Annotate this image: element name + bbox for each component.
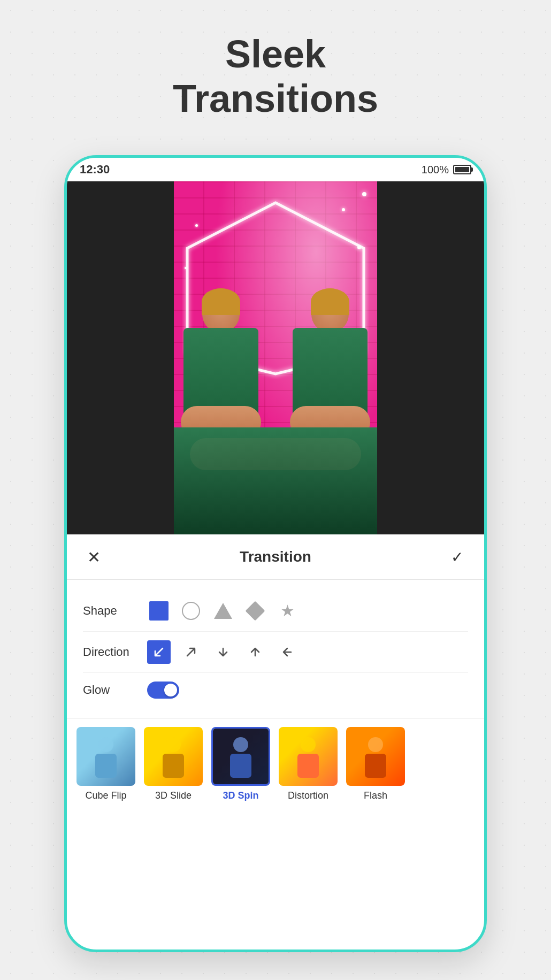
battery-icon — [453, 165, 471, 174]
video-main — [174, 181, 377, 534]
sparkle-4 — [357, 246, 361, 249]
shape-diamond-icon — [246, 601, 265, 621]
thumb-3d-slide-label: 3D Slide — [155, 790, 192, 801]
sparkle-3 — [195, 224, 198, 227]
shape-circle-option[interactable] — [179, 599, 203, 623]
transition-header: ✕ Transition ✓ — [67, 534, 484, 580]
thumb-distortion-label: Distortion — [288, 790, 328, 801]
sparkle-2 — [342, 208, 345, 211]
thumb-3d-slide-img — [144, 727, 203, 786]
status-right: 100% — [422, 164, 471, 176]
thumb-distortion-img — [279, 727, 338, 786]
svg-point-5 — [233, 737, 248, 752]
thumb-flash-label: Flash — [364, 790, 387, 801]
direction-up[interactable] — [243, 640, 267, 664]
thumbnail-strip: Cube Flip 3D Slide — [67, 718, 484, 807]
glow-toggle[interactable] — [147, 682, 179, 699]
direction-left[interactable] — [276, 640, 299, 664]
shape-options: ★ — [147, 599, 299, 623]
svg-rect-2 — [95, 754, 117, 778]
shape-square-option[interactable] — [147, 599, 171, 623]
direction-down[interactable] — [211, 640, 235, 664]
battery-body — [453, 165, 471, 174]
svg-point-9 — [368, 737, 383, 752]
glow-label: Glow — [83, 683, 147, 697]
video-side-left — [67, 181, 166, 534]
thumb-flash[interactable]: Flash — [346, 727, 405, 801]
direction-selected[interactable] — [147, 640, 171, 664]
shape-triangle-icon — [214, 603, 232, 619]
sparkle-1 — [362, 192, 366, 196]
svg-rect-4 — [163, 754, 184, 778]
status-bar: 12:30 100% — [67, 158, 484, 181]
controls-panel: Shape ★ — [67, 580, 484, 718]
video-area — [67, 181, 484, 534]
person-right — [289, 288, 372, 438]
direction-up-right[interactable] — [179, 640, 203, 664]
battery-percent: 100% — [422, 164, 449, 176]
thumb-cube-flip-img — [76, 727, 135, 786]
shape-circle-icon — [182, 602, 200, 620]
shape-label: Shape — [83, 604, 147, 618]
svg-point-1 — [98, 737, 113, 752]
glow-toggle-wrap — [147, 682, 179, 699]
glow-control-row: Glow — [83, 673, 468, 707]
shape-diamond-option[interactable] — [243, 599, 267, 623]
shape-star-icon: ★ — [280, 603, 295, 619]
svg-rect-8 — [297, 754, 319, 778]
thumb-3d-spin[interactable]: 3D Spin — [211, 727, 270, 801]
thumb-distortion[interactable]: Distortion — [279, 727, 338, 801]
thumb-3d-spin-label: 3D Spin — [223, 790, 258, 801]
svg-rect-10 — [365, 754, 386, 778]
battery-fill — [455, 167, 469, 172]
direction-control-row: Direction — [83, 632, 468, 673]
phone-frame: 12:30 100% — [64, 155, 487, 952]
svg-point-3 — [166, 737, 181, 752]
direction-options — [147, 640, 299, 664]
person-bottom — [174, 427, 377, 534]
shape-star-option[interactable]: ★ — [276, 599, 299, 623]
thumb-cube-flip-label: Cube Flip — [85, 790, 126, 801]
svg-rect-6 — [230, 754, 251, 778]
person-left — [179, 288, 262, 438]
bottom-panel: ✕ Transition ✓ Shape — [67, 534, 484, 807]
thumb-cube-flip[interactable]: Cube Flip — [76, 727, 135, 801]
svg-point-7 — [301, 737, 316, 752]
shape-square-icon — [149, 601, 169, 621]
shape-control-row: Shape ★ — [83, 591, 468, 632]
status-time: 12:30 — [80, 163, 110, 177]
confirm-button[interactable]: ✓ — [447, 546, 468, 568]
transition-title: Transition — [240, 548, 311, 565]
close-button[interactable]: ✕ — [83, 546, 104, 568]
thumb-3d-spin-img — [211, 727, 270, 786]
direction-label: Direction — [83, 645, 147, 659]
page-title: Sleek Transitions — [0, 32, 551, 121]
thumb-flash-img — [346, 727, 405, 786]
video-side-right — [385, 181, 484, 534]
shape-triangle-option[interactable] — [211, 599, 235, 623]
thumb-3d-slide[interactable]: 3D Slide — [144, 727, 203, 801]
toggle-thumb — [164, 684, 177, 696]
sparkle-5 — [185, 267, 187, 269]
